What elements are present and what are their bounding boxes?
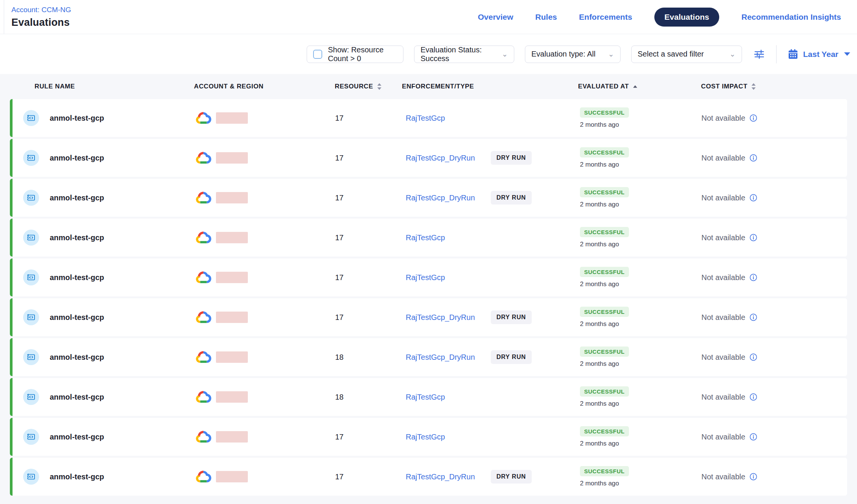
table-row[interactable]: anmol-test-gcp 17 RajTestGcp_DryRun DRY … [10,139,847,177]
info-icon[interactable] [749,154,758,162]
info-icon[interactable] [749,114,758,122]
status-badge: SUCCESSFUL [580,147,629,158]
table-row[interactable]: anmol-test-gcp 17 RajTestGcp SUCCESSFUL … [10,418,847,456]
enforcement-link[interactable]: RajTestGcp [406,233,491,242]
rule-code-icon [23,269,39,285]
dry-run-badge: DRY RUN [491,151,532,165]
cost-impact-cell: Not available [701,194,847,202]
gcp-logo-icon [194,190,212,206]
dry-run-badge: DRY RUN [491,470,532,484]
evaluated-at-cell: SUCCESSFUL 2 months ago [578,466,701,487]
col-evaluated-at[interactable]: EVALUATED AT [578,83,701,90]
evaluated-time: 2 months ago [580,201,619,208]
redacted-account-name [216,351,248,363]
gcp-logo-icon [194,110,212,126]
resource-count: 17 [335,313,402,322]
evaluation-type-dropdown[interactable]: Evaluation type: All ⌄ [525,46,621,63]
rule-code-icon [23,429,39,445]
info-icon[interactable] [749,194,758,202]
col-account-region[interactable]: ACCOUNT & REGION [194,83,335,90]
rule-code-icon [23,110,39,126]
evaluated-time: 2 months ago [580,121,619,129]
col-rule-name[interactable]: RULE NAME [23,83,194,90]
saved-filter-dropdown[interactable]: Select a saved filter ⌄ [631,46,742,63]
table-row[interactable]: anmol-test-gcp 17 RajTestGcp SUCCESSFUL … [10,258,847,296]
evaluated-at-cell: SUCCESSFUL 2 months ago [578,267,701,288]
enforcement-link[interactable]: RajTestGcp [406,114,491,123]
info-icon[interactable] [749,273,758,282]
enforcement-link[interactable]: RajTestGcp_DryRun [406,472,491,481]
tab-overview[interactable]: Overview [478,13,513,22]
info-icon[interactable] [749,313,758,321]
cost-impact-text: Not available [701,154,745,162]
rule-name-cell: anmol-test-gcp [23,150,194,166]
rule-name: anmol-test-gcp [50,393,104,402]
enforcement-link[interactable]: RajTestGcp_DryRun [406,154,491,162]
tab-enforcements[interactable]: Enforcements [579,13,632,22]
breadcrumb[interactable]: Account: CCM-NG [11,6,71,14]
sort-icon[interactable] [751,83,756,90]
cost-impact-cell: Not available [701,433,847,441]
date-range-value: Last Year [803,50,838,59]
account-region-cell [194,389,335,405]
table-row[interactable]: anmol-test-gcp 17 RajTestGcp_DryRun DRY … [10,298,847,336]
rule-code-icon [23,469,39,485]
sort-icon[interactable] [377,83,382,90]
tab-evaluations-active[interactable]: Evaluations [654,8,720,27]
resource-count: 17 [335,472,402,481]
tab-recommendation-insights[interactable]: Recommendation Insights [741,13,841,22]
table-row[interactable]: anmol-test-gcp 17 RajTestGcp SUCCESSFUL … [10,219,847,257]
evaluated-at-cell: SUCCESSFUL 2 months ago [578,147,701,169]
info-icon[interactable] [749,233,758,242]
filter-bar: Show: Resource Count > 0 Evaluation Stat… [0,34,857,74]
account-region-cell [194,469,335,485]
resource-count: 17 [335,154,402,162]
enforcement-link[interactable]: RajTestGcp_DryRun [406,194,491,202]
info-icon[interactable] [749,353,758,361]
status-badge: SUCCESSFUL [580,346,629,357]
status-badge: SUCCESSFUL [580,227,629,237]
enforcement-cell: RajTestGcp [402,433,578,441]
col-resource[interactable]: RESOURCE [335,83,402,90]
enforcement-link[interactable]: RajTestGcp [406,433,491,441]
enforcement-link[interactable]: RajTestGcp_DryRun [406,353,491,362]
resource-count: 17 [335,114,402,123]
table-body: anmol-test-gcp 17 RajTestGcp SUCCESSFUL … [10,99,847,496]
enforcement-link[interactable]: RajTestGcp [406,273,491,282]
rule-code-icon [23,190,39,206]
col-enforcement-type[interactable]: ENFORCEMENT/TYPE [402,83,578,90]
table-row[interactable]: anmol-test-gcp 17 RajTestGcp SUCCESSFUL … [10,99,847,137]
resource-count-filter[interactable]: Show: Resource Count > 0 [307,46,403,63]
rule-name-cell: anmol-test-gcp [23,190,194,206]
tab-rules[interactable]: Rules [535,13,557,22]
info-icon[interactable] [749,393,758,401]
enforcement-link[interactable]: RajTestGcp_DryRun [406,313,491,322]
table-row[interactable]: anmol-test-gcp 17 RajTestGcp_DryRun DRY … [10,179,847,217]
cost-impact-cell: Not available [701,353,847,362]
rule-name: anmol-test-gcp [50,154,104,162]
resource-count-label: Show: Resource Count > 0 [328,46,397,63]
cost-impact-cell: Not available [701,313,847,322]
table-row[interactable]: anmol-test-gcp 18 RajTestGcp SUCCESSFUL … [10,378,847,416]
evaluated-at-cell: SUCCESSFUL 2 months ago [578,307,701,328]
evaluation-status-dropdown[interactable]: Evaluation Status: Success ⌄ [414,46,514,63]
cost-impact-cell: Not available [701,393,847,402]
evaluated-time: 2 months ago [580,480,619,487]
tune-icon[interactable] [753,48,766,61]
table-row[interactable]: anmol-test-gcp 17 RajTestGcp_DryRun DRY … [10,458,847,496]
chevron-down-icon: ⌄ [502,50,508,58]
info-icon[interactable] [749,433,758,441]
enforcement-link[interactable]: RajTestGcp [406,393,491,402]
sort-asc-icon[interactable] [633,83,638,90]
gcp-logo-icon [194,429,212,445]
status-badge: SUCCESSFUL [580,107,629,118]
saved-filter-value: Select a saved filter [638,50,704,58]
date-range-picker[interactable]: Last Year [787,48,850,60]
info-icon[interactable] [749,472,758,481]
dry-run-badge: DRY RUN [491,191,532,205]
col-cost-impact[interactable]: COST IMPACT [701,83,847,90]
table-row[interactable]: anmol-test-gcp 18 RajTestGcp_DryRun DRY … [10,338,847,376]
rule-code-icon [23,230,39,246]
chevron-down-icon: ⌄ [729,50,736,58]
resource-count-checkbox[interactable] [313,50,322,59]
